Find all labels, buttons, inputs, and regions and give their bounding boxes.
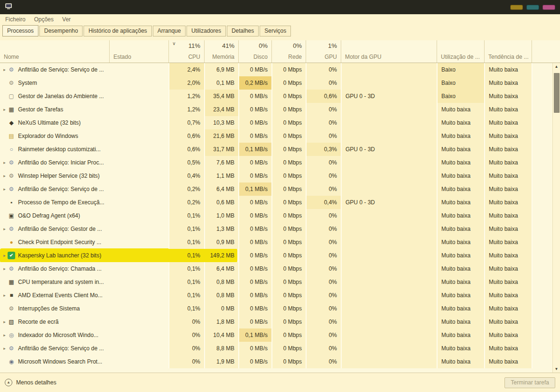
table-row[interactable]: ◉ Microsoft Windows Search Prot... 0% 1,… (0, 355, 552, 368)
gpu-cell: 0% (306, 169, 341, 182)
menu-opcoes[interactable]: Opções (30, 15, 58, 24)
tab-arranque[interactable]: Arranque (153, 26, 186, 36)
scroll-down-icon[interactable]: ▼ (553, 365, 560, 373)
power-trend-cell: Muito baixa (484, 236, 532, 249)
table-row[interactable]: ▸ ▦ Gestor de Tarefas 1,2% 23,4 MB 0 MB/… (0, 103, 552, 116)
power-usage-cell: Muito baixa (437, 302, 484, 315)
tab-detalhes[interactable]: Detalhes (227, 26, 259, 36)
table-row[interactable]: ⚙ System 2,0% 0,1 MB 0,2 MB/s 0 Mbps 0% … (0, 76, 552, 90)
process-name: Check Point Endpoint Security ... (18, 236, 101, 249)
table-row[interactable]: ▸ ⚙ Anfitrião do Serviço: Chamada ... 0,… (0, 262, 552, 275)
expander-icon[interactable]: ▸ (2, 249, 7, 262)
status-cell (109, 76, 168, 90)
process-name: Winstep Helper Service (32 bits) (18, 169, 100, 182)
column-header-gpu-engine[interactable]: Motor da GPU (341, 40, 437, 63)
table-row[interactable]: ● Check Point Endpoint Security ... 0,1%… (0, 236, 552, 249)
scroll-up-icon[interactable]: ▲ (553, 63, 560, 70)
expander-icon[interactable]: ▸ (2, 315, 7, 328)
status-cell (109, 315, 168, 328)
process-name: Processo de Tempo de Execuçã... (18, 196, 104, 209)
table-row[interactable]: ▸ ✔ Kaspersky Lab launcher (32 bits) 0,1… (0, 249, 552, 262)
menu-ver[interactable]: Ver (58, 15, 75, 24)
expander-icon[interactable]: ▸ (2, 289, 7, 302)
expander-icon[interactable]: ▸ (2, 169, 7, 182)
table-row[interactable]: ▸ ⚙ Anfitrião de Serviço: Serviço de ...… (0, 342, 552, 355)
table-row[interactable]: ▸ ⚙ Winstep Helper Service (32 bits) 0,4… (0, 169, 552, 182)
table-row[interactable]: ▸ ■ AMD External Events Client Mo... 0,1… (0, 289, 552, 302)
table-row[interactable]: ▦ CPU temperature and system in... 0,1% … (0, 275, 552, 289)
menu-ficheiro[interactable]: Ficheiro (1, 15, 30, 24)
cpu-cell: 0,6% (168, 143, 204, 156)
expander-icon[interactable]: ▸ (2, 103, 7, 116)
service-host-icon: ⚙ (8, 265, 15, 273)
process-name: O&O Defrag Agent (x64) (18, 209, 80, 222)
table-row[interactable]: ▤ Explorador do Windows 0,6% 21,6 MB 0 M… (0, 129, 552, 143)
status-cell (109, 116, 168, 129)
column-header-power-usage[interactable]: Utilização de ... (437, 40, 484, 63)
column-header-cpu[interactable]: ∨ 11% CPU (168, 40, 204, 63)
table-row[interactable]: ▣ O&O Defrag Agent (x64) 0,1% 1,0 MB 0 M… (0, 209, 552, 222)
network-cell: 0 Mbps (271, 196, 306, 209)
process-name-cell: ▸ ⚙ Anfitrião do Serviço: Chamada ... (0, 262, 109, 275)
table-row[interactable]: ◆ NeXuS Ultimate (32 bits) 0,7% 10,3 MB … (0, 116, 552, 129)
search-indexer-icon: ◎ (8, 331, 15, 339)
column-header-name[interactable]: Nome (0, 40, 109, 63)
column-header-gpu[interactable]: 1% GPU (306, 40, 341, 63)
process-name-cell: ▸ ▧ Recorte de ecrã (0, 315, 109, 328)
table-row[interactable]: ▸ ⚙ Anfitrião de Serviço: Gestor de ... … (0, 222, 552, 236)
network-cell: 0 Mbps (271, 116, 306, 129)
network-cell: 0 Mbps (271, 129, 306, 143)
column-header-power-trend[interactable]: Tendência de ... (484, 40, 532, 63)
table-row[interactable]: ⚙ Interrupções de Sistema 0,1% 0 MB 0 MB… (0, 302, 552, 315)
fewer-details-toggle[interactable]: ▲ Menos detalhes (5, 379, 56, 386)
tab-historico-de-aplicacoes[interactable]: Histórico de aplicações (84, 26, 151, 36)
column-header-network[interactable]: 0% Rede (271, 40, 306, 63)
table-row[interactable]: ○ Rainmeter desktop customizati... 0,6% … (0, 143, 552, 156)
table-row[interactable]: ▢ Gestor de Janelas do Ambiente ... 1,2%… (0, 90, 552, 103)
expander-icon[interactable]: ▸ (2, 262, 7, 275)
filler-cell (532, 76, 552, 90)
power-usage-cell: Muito baixa (437, 129, 484, 143)
status-cell (109, 355, 168, 368)
column-header-memory[interactable]: 41% Memória (204, 40, 238, 63)
expander-icon[interactable]: ▸ (2, 182, 7, 196)
tab-utilizadores[interactable]: Utilizadores (187, 26, 226, 36)
disk-cell: 0 MB/s (238, 169, 271, 182)
table-row[interactable]: ▸ ▧ Recorte de ecrã 0% 1,8 MB 0 MB/s 0 M… (0, 315, 552, 328)
scrollbar-thumb[interactable] (554, 73, 560, 113)
tab-processos[interactable]: Processos (2, 25, 38, 36)
cpu-cell: 0,7% (168, 116, 204, 129)
vertical-scrollbar[interactable]: ▲ ▼ (552, 63, 560, 373)
table-row[interactable]: ▸ ⚙ Anfitrião de Serviço: Serviço de ...… (0, 182, 552, 196)
expander-icon[interactable]: ▸ (2, 328, 7, 342)
expander-icon[interactable]: ▸ (2, 63, 7, 76)
tab-desempenho[interactable]: Desempenho (39, 26, 83, 36)
maximize-button[interactable] (526, 5, 539, 10)
process-name: NeXuS Ultimate (32 bits) (18, 116, 81, 129)
close-button[interactable] (542, 5, 555, 10)
process-name-cell: ▸ ⚙ Anfitrião do Serviço: Iniciar Proc..… (0, 156, 109, 169)
expander-icon[interactable]: ▸ (2, 156, 7, 169)
process-name-cell: ▸ ■ AMD External Events Client Mo... (0, 289, 109, 302)
service-host-icon: ⚙ (8, 66, 15, 73)
process-name: Anfitrião do Serviço: Iniciar Proc... (18, 156, 104, 169)
process-name-cell: ▸ ⚙ Anfitrião de Serviço: Serviço de ... (0, 182, 109, 196)
table-row[interactable]: ▸ ◎ Indexador do Microsoft Windo... 0% 1… (0, 328, 552, 342)
filler-cell (532, 143, 552, 156)
disk-cell: 0 MB/s (238, 355, 271, 368)
expander-icon[interactable]: ▸ (2, 222, 7, 236)
gpu-engine-cell (341, 328, 437, 342)
filler-cell (532, 156, 552, 169)
column-header-status[interactable]: Estado (109, 40, 168, 63)
tab-servicos[interactable]: Serviços (260, 26, 291, 36)
table-row[interactable]: ▸ ⚙ Anfitrião de Serviço: Serviço de ...… (0, 63, 552, 76)
expander-icon[interactable]: ▸ (2, 342, 7, 355)
gpu-engine-cell (341, 156, 437, 169)
gpu-cell: 0% (306, 355, 341, 368)
column-header-disk[interactable]: 0% Disco (238, 40, 271, 63)
minimize-button[interactable] (510, 5, 523, 10)
window-manager-icon: ▢ (8, 92, 15, 100)
end-task-button[interactable]: Terminar tarefa (504, 377, 555, 388)
table-row[interactable]: ▪ Processo de Tempo de Execuçã... 0,2% 0… (0, 196, 552, 209)
table-row[interactable]: ▸ ⚙ Anfitrião do Serviço: Iniciar Proc..… (0, 156, 552, 169)
